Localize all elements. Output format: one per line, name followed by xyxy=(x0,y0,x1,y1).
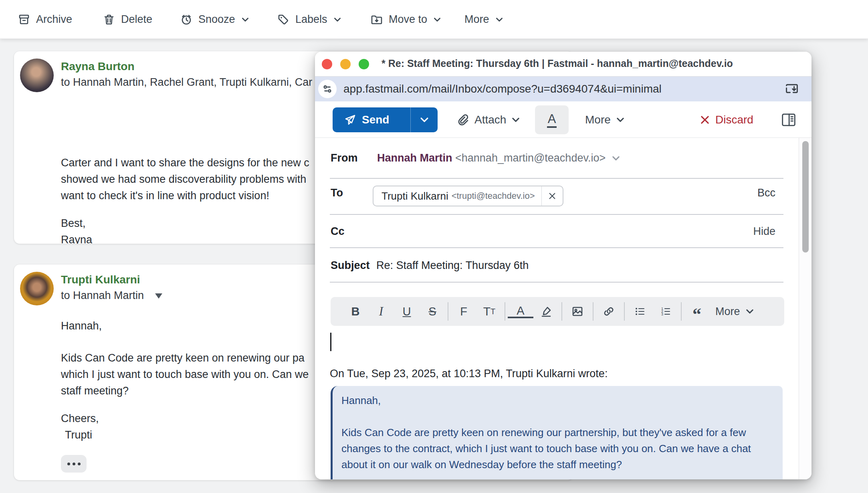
recipients-dropdown-icon[interactable] xyxy=(155,293,162,299)
discard-label: Discard xyxy=(715,113,753,126)
subject-label: Subject xyxy=(331,259,370,272)
site-settings-button[interactable] xyxy=(318,80,337,98)
subject-value[interactable]: Re: Staff Meeting: Thursday 6th xyxy=(376,259,529,272)
text-color-button[interactable]: A xyxy=(508,305,533,318)
message-signoff-name: Trupti xyxy=(61,427,92,443)
numbered-list-button[interactable] xyxy=(653,305,678,318)
from-name: Hannah Martin xyxy=(377,152,452,164)
x-icon xyxy=(699,114,711,125)
remove-recipient-button[interactable] xyxy=(542,186,563,206)
insert-link-button[interactable] xyxy=(596,305,622,318)
chevron-down-icon xyxy=(745,307,755,316)
zoom-window-button[interactable] xyxy=(359,59,369,69)
font-button[interactable]: F xyxy=(451,305,476,318)
attach-label: Attach xyxy=(474,113,506,126)
send-options-button[interactable] xyxy=(411,115,438,125)
sender-name[interactable]: Trupti Kulkarni xyxy=(61,273,140,286)
chevron-down-icon xyxy=(611,154,621,163)
delete-label: Delete xyxy=(121,13,152,26)
italic-button[interactable]: I xyxy=(368,304,394,319)
compose-scrollbar[interactable] xyxy=(799,138,811,479)
recipient-chip[interactable]: Trupti Kulkarni <trupti@teachdev.io> xyxy=(373,186,563,206)
from-email: <hannah_martin@teachdev.io> xyxy=(455,152,606,164)
from-selector[interactable]: Hannah Martin <hannah_martin@teachdev.io… xyxy=(377,152,621,164)
close-window-button[interactable] xyxy=(322,59,332,69)
message-more-button[interactable] xyxy=(61,455,87,473)
more-actions-button[interactable]: More xyxy=(464,0,504,39)
attach-button[interactable]: Attach xyxy=(456,101,521,138)
format-more-label: More xyxy=(715,305,740,318)
recipients-line[interactable]: to Hannah Martin, Rachel Grant, Trupti K… xyxy=(61,76,312,89)
minimize-window-button[interactable] xyxy=(340,59,351,69)
chevron-down-icon xyxy=(241,15,250,24)
tag-icon xyxy=(277,13,290,26)
chevron-down-icon xyxy=(616,115,625,125)
quote-attribution: On Tue, Sep 23, 2025, at 10:13 PM, Trupt… xyxy=(330,368,608,380)
recipients-line[interactable]: to Hannah Martin xyxy=(61,289,162,302)
highlight-button[interactable] xyxy=(533,305,559,318)
sender-name[interactable]: Rayna Burton xyxy=(61,60,135,73)
paperclip-icon xyxy=(456,113,470,127)
text-size-button[interactable]: TT xyxy=(476,305,502,318)
text-cursor xyxy=(330,333,331,351)
hide-button[interactable]: Hide xyxy=(753,225,775,238)
format-divider xyxy=(561,302,562,321)
recipient-chip-email: <trupti@teachdev.io> xyxy=(452,191,535,201)
x-icon xyxy=(548,192,557,200)
discard-button[interactable]: Discard xyxy=(699,101,753,138)
message-signoff-name: Rayna xyxy=(61,232,92,244)
chevron-down-icon xyxy=(511,115,521,125)
bcc-button[interactable]: Bcc xyxy=(757,187,775,199)
strikethrough-button[interactable]: S xyxy=(420,305,445,318)
install-app-icon[interactable] xyxy=(784,82,799,97)
bullet-list-icon xyxy=(634,305,646,318)
field-divider xyxy=(330,178,783,179)
send-button[interactable]: Send xyxy=(333,107,438,132)
image-icon xyxy=(571,305,584,318)
blockquote-button[interactable]: “ xyxy=(684,304,710,319)
avatar-rayna xyxy=(20,59,54,92)
quoted-message[interactable]: Hannah, Kids Can Code are pretty keen on… xyxy=(331,386,783,479)
browser-url-bar[interactable]: app.fastmail.com/mail/Inbox/compose?u=d3… xyxy=(315,77,811,101)
field-divider xyxy=(330,214,783,215)
scrollbar-thumb[interactable] xyxy=(802,141,809,253)
window-title-bar: * Re: Staff Meeting: Thursday 6th | Fast… xyxy=(315,52,811,77)
move-to-button[interactable]: Move to xyxy=(370,0,442,39)
format-divider xyxy=(593,302,593,321)
message-body-line: staff meeting? xyxy=(61,383,129,399)
delete-button[interactable]: Delete xyxy=(103,0,152,39)
insert-image-button[interactable] xyxy=(565,305,590,318)
archive-icon xyxy=(18,13,30,26)
chevron-down-icon xyxy=(495,15,504,24)
format-more-button[interactable]: More xyxy=(715,305,755,318)
link-icon xyxy=(602,305,615,318)
alarm-clock-icon xyxy=(180,13,193,26)
url-text[interactable]: app.fastmail.com/mail/Inbox/compose?u=d3… xyxy=(343,83,662,95)
recipients-text: to Hannah Martin xyxy=(61,289,144,301)
labels-button[interactable]: Labels xyxy=(277,0,342,39)
compose-more-label: More xyxy=(585,113,611,126)
labels-label: Labels xyxy=(295,13,327,26)
bullet-list-button[interactable] xyxy=(627,305,653,318)
highlighter-icon xyxy=(540,305,553,318)
chevron-down-icon xyxy=(333,15,342,24)
format-divider xyxy=(624,302,625,321)
bold-button[interactable]: B xyxy=(343,305,368,318)
field-divider xyxy=(330,282,783,283)
to-label: To xyxy=(331,187,343,199)
underline-button[interactable]: U xyxy=(394,305,420,318)
cc-label: Cc xyxy=(331,225,345,238)
tune-icon xyxy=(322,83,333,95)
message-body-line: Kids Can Code are pretty keen on renewin… xyxy=(61,350,305,366)
format-divider xyxy=(681,302,682,321)
compose-more-button[interactable]: More xyxy=(585,101,625,138)
recipient-chip-name: Trupti Kulkarni xyxy=(382,190,448,202)
field-divider xyxy=(330,247,783,248)
format-divider xyxy=(448,302,448,321)
archive-label: Archive xyxy=(36,13,72,26)
archive-button[interactable]: Archive xyxy=(18,0,72,39)
side-panel-icon[interactable] xyxy=(781,112,797,128)
snooze-button[interactable]: Snooze xyxy=(180,0,250,39)
formatting-toggle-button[interactable]: A xyxy=(535,105,569,134)
message-signoff: Best, xyxy=(61,215,86,232)
